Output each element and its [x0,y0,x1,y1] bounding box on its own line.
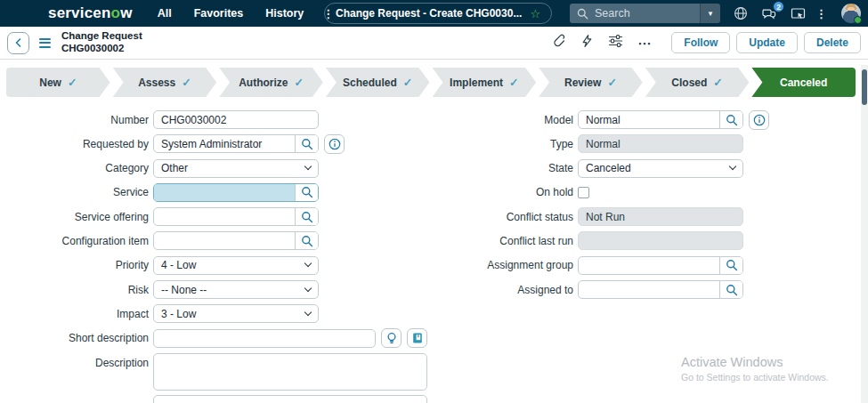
knowledge-search-button[interactable] [407,328,427,348]
chevron-down-icon [304,309,312,316]
category-selected-value: Other [161,162,188,174]
global-search-input[interactable]: Search [570,4,700,23]
stage-label: Closed [671,77,707,89]
record-type: Change Request [61,30,142,43]
vertical-scrollbar[interactable] [861,65,868,403]
stage-review[interactable]: Review✓ [539,68,643,97]
field-row-category: CategoryOther [2,159,427,178]
assignment-group-lookup-button[interactable] [719,257,742,274]
agent-assist-icon[interactable] [791,7,806,20]
favorite-star-icon[interactable]: ☆ [530,7,540,20]
field-label-short-description: Short description [2,332,149,344]
assigned-to-input[interactable] [579,281,719,298]
service-reference-field [153,183,319,202]
personalize-form-icon[interactable] [608,34,623,52]
search-scope-dropdown[interactable]: ▾ [700,4,720,23]
impact-select[interactable]: 3 - Low [153,304,319,323]
search-icon [301,211,313,223]
short-description-input[interactable] [153,329,376,348]
type-readonly-field: Normal [578,134,743,153]
stage-check-icon: ✓ [294,76,303,89]
context-menu-icon[interactable] [39,38,51,48]
suggestion-button[interactable] [381,328,402,348]
chat-icon[interactable]: 2 [761,6,777,20]
delete-button[interactable]: Delete [804,32,861,53]
nav-favorites[interactable]: Favorites [194,7,244,20]
model-preview-button[interactable] [749,110,769,130]
number-input[interactable] [153,110,319,129]
configuration-item-input[interactable] [154,232,295,249]
stage-closed[interactable]: Closed✓ [645,68,750,97]
requested-by-reference-field [153,134,319,153]
service-lookup-button[interactable] [295,184,318,201]
stage-label: Scheduled [343,77,397,89]
field-label-on-hold: On hold [430,186,573,198]
header-more-icon[interactable]: ⋮ [815,7,828,20]
field-row-model: Model [430,110,857,129]
globe-icon[interactable] [734,6,748,20]
description-textarea[interactable] [153,353,427,391]
nav-all[interactable]: All [158,7,172,20]
requested-by-input[interactable] [154,135,295,152]
field-label-conflict-status: Conflict status [430,211,573,223]
stage-implement[interactable]: Implement✓ [433,68,537,97]
stage-assess[interactable]: Assess✓ [113,68,217,97]
field-row-configuration-item: Configuration item [2,231,427,250]
scrollbar-thumb[interactable] [862,69,867,105]
requested-by-lookup-button[interactable] [295,135,318,152]
blank-input[interactable] [153,395,427,403]
service-offering-input[interactable] [154,208,295,225]
update-button[interactable]: Update [736,32,798,53]
stage-new[interactable]: New✓ [6,68,110,97]
model-lookup-button[interactable] [719,111,742,128]
state-select[interactable]: Canceled [578,159,743,178]
service-input[interactable] [154,184,295,201]
on-hold-checkbox[interactable] [578,187,589,198]
stage-label: New [39,77,61,89]
chat-badge: 2 [773,1,784,12]
field-row-impact: Impact3 - Low [2,304,427,323]
field-row-risk: Risk-- None -- [2,280,427,299]
field-label-type: Type [430,138,573,150]
field-label-service-offering: Service offering [2,211,149,223]
search-icon [577,8,588,20]
assignment-group-input[interactable] [579,257,719,274]
stage-label: Implement [450,77,503,89]
requested-by-preview-button[interactable] [324,134,345,154]
change-request-form: NumberRequested byCategoryOtherServiceSe… [0,110,868,395]
stage-canceled[interactable]: Canceled [751,68,856,97]
current-record-tab[interactable]: Change Request - Create CHG0030... ☆ [324,3,552,24]
priority-selected-value: 4 - Low [161,259,196,271]
back-button[interactable] [7,32,29,54]
nav-history[interactable]: History [265,7,304,20]
attachment-icon[interactable] [552,34,566,52]
field-row-blank [2,395,427,403]
field-label-risk: Risk [2,284,149,296]
user-avatar[interactable] [841,4,861,23]
follow-button[interactable]: Follow [671,32,730,53]
assigned-to-lookup-button[interactable] [719,281,742,298]
configuration-item-reference-field [153,231,319,250]
field-row-assigned-to: Assigned to [430,280,857,299]
field-label-priority: Priority [2,259,149,271]
risk-select[interactable]: -- None -- [153,280,319,299]
record-toolbar: Change Request CHG0030002 [0,27,868,60]
stage-check-icon: ✓ [509,76,518,89]
configuration-item-lookup-button[interactable] [295,232,318,249]
stage-check-icon: ✓ [713,76,722,89]
record-title: Change Request CHG0030002 [61,30,142,55]
stage-label: Authorize [239,77,288,89]
activity-stream-icon[interactable] [580,34,594,52]
field-label-category: Category [2,162,149,174]
model-input[interactable] [579,111,719,128]
more-options-icon[interactable]: ⋯ [637,36,652,50]
service-offering-lookup-button[interactable] [295,208,318,225]
stage-authorize[interactable]: Authorize✓ [219,68,323,97]
servicenow-logo[interactable]: servicenow [48,4,133,22]
stage-scheduled[interactable]: Scheduled✓ [326,68,430,97]
field-row-service-offering: Service offering [2,207,427,226]
field-label-requested-by: Requested by [2,138,149,150]
category-select[interactable]: Other [153,159,319,178]
app-header: servicenow All Favorites History ⋮ Chang… [0,0,868,27]
priority-select[interactable]: 4 - Low [153,256,319,275]
